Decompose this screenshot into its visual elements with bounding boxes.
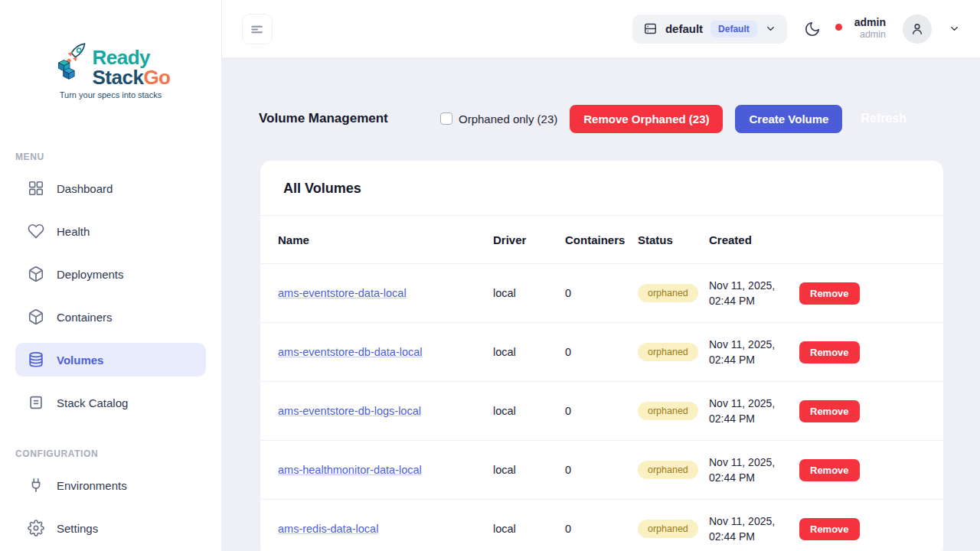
page-header: Volume Management Orphaned only (23) Rem… [222, 104, 980, 133]
remove-button[interactable]: Remove [799, 341, 860, 364]
brand-logo: Ready StackGo Turn your specs into stack… [0, 41, 221, 99]
sidebar-item-containers[interactable]: Containers [15, 300, 206, 334]
remove-button[interactable]: Remove [799, 400, 860, 422]
remove-button[interactable]: Remove [799, 518, 860, 540]
containers-cell: 0 [565, 405, 638, 417]
sidebar-section-configuration: CONFIGURATION [15, 448, 221, 459]
volume-name-link[interactable]: ams-healthmonitor-data-local [278, 464, 493, 476]
sidebar-item-label: Dashboard [57, 182, 113, 195]
created-cell: Nov 11, 2025,02:44 PM [709, 514, 799, 545]
chevron-down-icon [765, 23, 776, 34]
user-info: admin admin [854, 16, 886, 41]
volume-name-link[interactable]: ams-redis-data-local [278, 523, 493, 535]
menu-icon [250, 21, 265, 37]
user-menu-chevron-icon[interactable] [949, 23, 960, 34]
status-badge: orphaned [638, 402, 698, 420]
column-header-created: Created [709, 233, 799, 246]
orphaned-only-toggle[interactable]: Orphaned only (23) [440, 112, 557, 126]
brand-tagline: Turn your specs into stacks [0, 90, 221, 99]
cube-icon [28, 266, 44, 282]
cube-icon [28, 308, 44, 325]
sidebar-item-deployments[interactable]: Deployments [15, 257, 206, 291]
environment-name: default [665, 22, 703, 35]
remove-button[interactable]: Remove [799, 459, 860, 481]
driver-cell: local [493, 346, 565, 358]
containers-cell: 0 [565, 346, 638, 358]
plug-icon [28, 477, 44, 494]
user-avatar[interactable] [903, 15, 932, 44]
column-header-driver: Driver [493, 233, 565, 246]
table-row: ams-eventstore-data-local local 0 orphan… [260, 263, 943, 322]
column-header-name: Name [278, 233, 493, 246]
driver-cell: local [493, 405, 565, 417]
status-badge: orphaned [638, 461, 698, 479]
sidebar-item-stack-catalog[interactable]: Stack Catalog [15, 386, 206, 419]
table-row: ams-redis-data-local local 0 orphaned No… [260, 499, 943, 551]
main-area: default Default admin admin [222, 0, 980, 551]
sidebar-item-volumes[interactable]: Volumes [15, 343, 206, 377]
remove-orphaned-button[interactable]: Remove Orphaned (23) [570, 105, 723, 133]
driver-cell: local [493, 464, 565, 476]
containers-cell: 0 [565, 287, 638, 299]
sidebar-item-environments[interactable]: Environments [15, 468, 206, 502]
status-badge: orphaned [638, 343, 698, 361]
created-cell: Nov 11, 2025,02:44 PM [709, 278, 799, 309]
sidebar-item-label: Deployments [57, 268, 124, 281]
card-header: All Volumes [260, 161, 943, 216]
notification-dot [835, 24, 842, 31]
sidebar-item-label: Health [57, 225, 90, 238]
sidebar-item-label: Volumes [57, 354, 103, 367]
gear-icon [28, 520, 44, 536]
document-icon [28, 394, 44, 411]
table-row: ams-eventstore-db-logs-local local 0 orp… [260, 381, 943, 440]
environment-default-badge: Default [710, 21, 757, 37]
sidebar-item-health[interactable]: Health [15, 214, 206, 248]
containers-cell: 0 [565, 523, 638, 535]
person-icon [910, 21, 925, 37]
topbar: default Default admin admin [222, 0, 980, 58]
column-header-status: Status [638, 233, 709, 246]
rocket-cubes-logo-icon [51, 41, 91, 83]
sidebar-item-label: Settings [57, 522, 98, 535]
sidebar-item-label: Environments [57, 479, 127, 492]
status-badge: orphaned [638, 520, 698, 538]
orphaned-only-label: Orphaned only (23) [459, 112, 557, 126]
card-title: All Volumes [283, 181, 920, 197]
table-row: ams-healthmonitor-data-local local 0 orp… [260, 440, 943, 499]
create-volume-button[interactable]: Create Volume [735, 105, 842, 133]
table-row: ams-eventstore-db-data-local local 0 orp… [260, 322, 943, 381]
sidebar-item-label: Containers [57, 311, 113, 324]
moon-icon[interactable] [804, 21, 821, 37]
user-name: admin [854, 16, 886, 30]
user-role: admin [854, 29, 886, 41]
volume-name-link[interactable]: ams-eventstore-data-local [278, 287, 493, 299]
driver-cell: local [493, 523, 565, 535]
volume-name-link[interactable]: ams-eventstore-db-data-local [278, 346, 493, 358]
sidebar-item-settings[interactable]: Settings [15, 511, 206, 545]
grid-icon [28, 180, 44, 197]
sidebar: Ready StackGo Turn your specs into stack… [0, 0, 222, 551]
refresh-button[interactable]: Refresh [854, 104, 913, 133]
heart-icon [28, 223, 44, 240]
database-icon [28, 351, 44, 368]
brand-stack: Stack [93, 66, 144, 89]
volumes-card: All Volumes Name Driver Containers Statu… [260, 161, 943, 551]
sidebar-item-label: Stack Catalog [57, 396, 128, 409]
brand-wordmark: Ready StackGo [93, 41, 171, 87]
driver-cell: local [493, 287, 565, 299]
server-icon [643, 21, 658, 36]
environment-selector[interactable]: default Default [632, 15, 787, 44]
created-cell: Nov 11, 2025,02:44 PM [709, 455, 799, 486]
sidebar-toggle-button[interactable] [242, 14, 273, 44]
table-header-row: Name Driver Containers Status Created [260, 216, 943, 263]
remove-button[interactable]: Remove [799, 282, 860, 305]
containers-cell: 0 [565, 464, 638, 476]
sidebar-section-menu: MENU [15, 152, 221, 162]
created-cell: Nov 11, 2025,02:44 PM [709, 337, 799, 368]
sidebar-item-dashboard[interactable]: Dashboard [15, 171, 206, 205]
volume-name-link[interactable]: ams-eventstore-db-logs-local [278, 405, 493, 417]
created-cell: Nov 11, 2025,02:44 PM [709, 396, 799, 427]
status-badge: orphaned [638, 284, 698, 302]
orphaned-only-checkbox[interactable] [440, 112, 452, 125]
column-header-containers: Containers [565, 233, 638, 246]
